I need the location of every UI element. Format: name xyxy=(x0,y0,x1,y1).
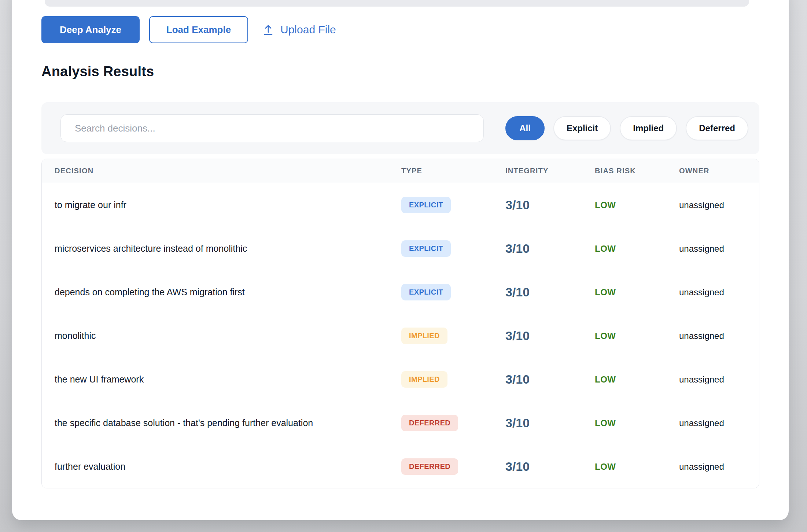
results-table: DECISION TYPE INTEGRITY BIAS RISK OWNER … xyxy=(41,159,759,488)
analyzer-card: Deep Analyze Load Example Upload File An… xyxy=(12,0,789,520)
type-badge: IMPLIED xyxy=(401,328,447,344)
type-cell: EXPLICIT xyxy=(401,284,505,300)
decision-text: depends on completing the AWS migration … xyxy=(42,287,401,298)
page-background: Deep Analyze Load Example Upload File An… xyxy=(0,0,807,532)
column-header-integrity: INTEGRITY xyxy=(505,167,595,175)
filter-chips: AllExplicitImpliedDeferred xyxy=(505,116,748,140)
integrity-score: 3/10 xyxy=(505,241,595,256)
integrity-score: 3/10 xyxy=(505,198,595,212)
integrity-score: 3/10 xyxy=(505,329,595,343)
toolbar: Deep Analyze Load Example Upload File xyxy=(41,16,759,43)
type-cell: IMPLIED xyxy=(401,371,505,388)
decision-text: microservices architecture instead of mo… xyxy=(42,243,401,254)
table-row[interactable]: microservices architecture instead of mo… xyxy=(42,227,759,270)
owner-label: unassigned xyxy=(679,374,759,385)
load-example-button[interactable]: Load Example xyxy=(149,16,248,43)
bias-risk-label: LOW xyxy=(595,418,679,428)
type-badge: EXPLICIT xyxy=(401,197,451,213)
column-header-type: TYPE xyxy=(401,167,505,175)
filter-chip-implied[interactable]: Implied xyxy=(620,116,677,140)
owner-label: unassigned xyxy=(679,418,759,428)
upload-file-label: Upload File xyxy=(280,23,336,36)
filter-chip-all[interactable]: All xyxy=(505,116,545,140)
bias-risk-label: LOW xyxy=(595,374,679,385)
upload-icon xyxy=(262,23,274,36)
decision-text: further evaluation xyxy=(42,461,401,472)
table-row[interactable]: depends on completing the AWS migration … xyxy=(42,270,759,314)
filter-chip-deferred[interactable]: Deferred xyxy=(686,116,748,140)
type-badge: EXPLICIT xyxy=(401,240,451,257)
type-badge: IMPLIED xyxy=(401,371,447,388)
filter-chip-explicit[interactable]: Explicit xyxy=(553,116,611,140)
table-row[interactable]: monolithicIMPLIED3/10LOWunassigned xyxy=(42,314,759,358)
search-input[interactable] xyxy=(60,114,484,142)
upload-file-link[interactable]: Upload File xyxy=(262,23,336,36)
owner-label: unassigned xyxy=(679,331,759,341)
table-row[interactable]: further evaluationDEFERRED3/10LOWunassig… xyxy=(42,445,759,488)
table-row[interactable]: to migrate our infrEXPLICIT3/10LOWunassi… xyxy=(42,183,759,227)
decision-input-textarea[interactable] xyxy=(45,0,749,7)
bias-risk-label: LOW xyxy=(595,200,679,210)
type-cell: IMPLIED xyxy=(401,328,505,344)
integrity-score: 3/10 xyxy=(505,416,595,430)
table-row[interactable]: the new UI frameworkIMPLIED3/10LOWunassi… xyxy=(42,358,759,401)
integrity-score: 3/10 xyxy=(505,372,595,387)
integrity-score: 3/10 xyxy=(505,459,595,474)
type-badge: EXPLICIT xyxy=(401,284,451,300)
type-badge: DEFERRED xyxy=(401,415,458,431)
type-cell: DEFERRED xyxy=(401,415,505,431)
column-header-decision: DECISION xyxy=(42,167,401,175)
column-header-bias-risk: BIAS RISK xyxy=(595,167,679,175)
owner-label: unassigned xyxy=(679,287,759,298)
type-cell: EXPLICIT xyxy=(401,197,505,213)
owner-label: unassigned xyxy=(679,200,759,210)
decision-text: to migrate our infr xyxy=(42,200,401,210)
table-row[interactable]: the specific database solution - that's … xyxy=(42,401,759,445)
table-body: to migrate our infrEXPLICIT3/10LOWunassi… xyxy=(42,183,759,488)
decision-text: the specific database solution - that's … xyxy=(42,418,401,428)
owner-label: unassigned xyxy=(679,244,759,254)
type-cell: EXPLICIT xyxy=(401,240,505,257)
bias-risk-label: LOW xyxy=(595,244,679,254)
table-header: DECISION TYPE INTEGRITY BIAS RISK OWNER xyxy=(42,159,759,183)
bias-risk-label: LOW xyxy=(595,462,679,472)
bias-risk-label: LOW xyxy=(595,331,679,341)
page-title: Analysis Results xyxy=(41,64,759,80)
filter-bar: AllExplicitImpliedDeferred xyxy=(41,102,759,154)
integrity-score: 3/10 xyxy=(505,285,595,299)
bias-risk-label: LOW xyxy=(595,287,679,298)
decision-text: the new UI framework xyxy=(42,374,401,385)
owner-label: unassigned xyxy=(679,462,759,472)
column-header-owner: OWNER xyxy=(679,167,759,175)
type-badge: DEFERRED xyxy=(401,458,458,475)
type-cell: DEFERRED xyxy=(401,458,505,475)
deep-analyze-button[interactable]: Deep Analyze xyxy=(41,16,140,43)
decision-text: monolithic xyxy=(42,330,401,341)
